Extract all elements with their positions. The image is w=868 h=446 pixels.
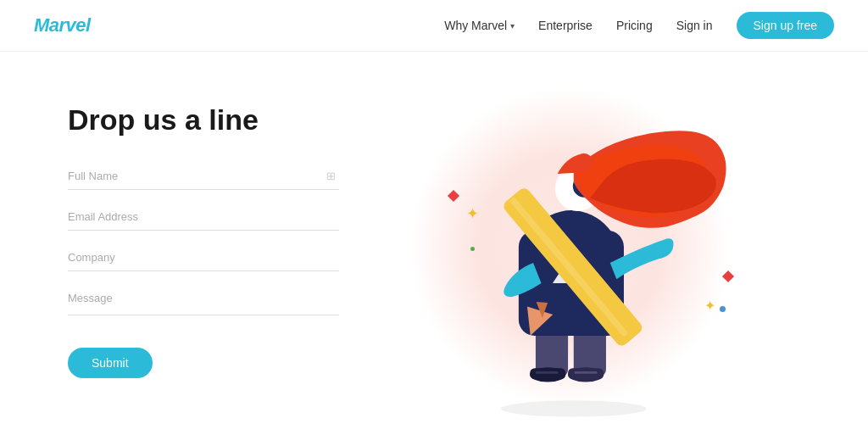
nav-why-marvel[interactable]: Why Marvel ▾	[444, 19, 515, 32]
character-illustration	[409, 69, 731, 425]
fullname-field: ⊞	[68, 163, 339, 190]
nav-enterprise[interactable]: Enterprise	[538, 19, 593, 32]
logo[interactable]: Marvel	[34, 14, 91, 36]
message-input[interactable]	[68, 285, 339, 315]
svg-rect-8	[575, 371, 598, 374]
decoration-dot-blue	[720, 306, 726, 312]
company-field	[68, 244, 339, 271]
submit-button[interactable]: Submit	[68, 348, 153, 378]
svg-rect-7	[536, 371, 559, 374]
decoration-dot-green	[470, 247, 475, 251]
svg-point-0	[501, 400, 647, 416]
decoration-star-1: ✦	[466, 204, 479, 223]
signin-link[interactable]: Sign in	[676, 19, 713, 32]
email-field	[68, 203, 339, 231]
nav-pricing[interactable]: Pricing	[616, 19, 653, 32]
chevron-down-icon: ▾	[510, 21, 515, 31]
company-input[interactable]	[68, 244, 339, 271]
illustration-section: ✦ ✦	[339, 69, 800, 425]
navbar: Marvel Why Marvel ▾ Enterprise Pricing S…	[0, 0, 868, 52]
person-icon: ⊞	[326, 170, 336, 182]
fullname-input[interactable]	[68, 163, 339, 190]
decoration-star-2: ✦	[704, 298, 715, 314]
signup-button[interactable]: Sign up free	[737, 12, 835, 39]
message-field	[68, 285, 339, 319]
form-title: Drop us a line	[68, 103, 339, 137]
nav-links: Why Marvel ▾ Enterprise Pricing Sign in …	[444, 12, 834, 39]
main-content: Drop us a line ⊞ Submit ✦ ✦	[0, 52, 868, 425]
email-input[interactable]	[68, 203, 339, 231]
contact-form: Drop us a line ⊞ Submit	[68, 86, 339, 425]
